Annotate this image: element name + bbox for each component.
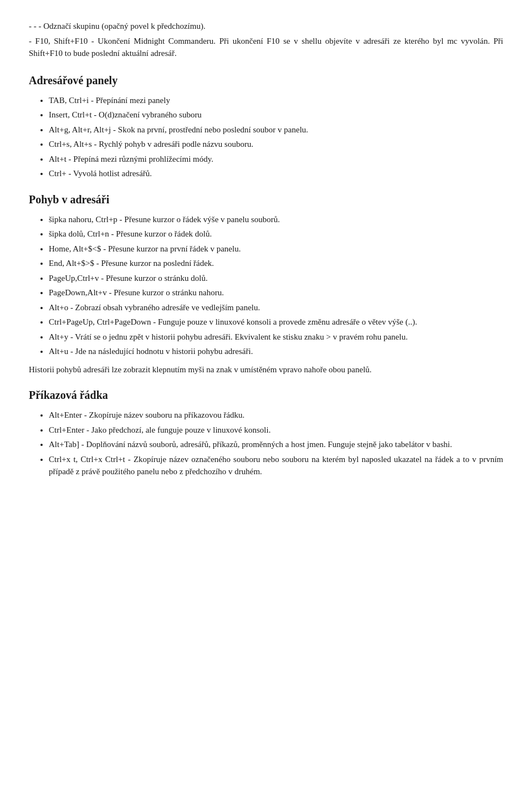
block-paragraph-pohyb: Historii pohybů adresáři lze zobrazit kl… [29, 363, 503, 376]
list-item: Ctrl+x t, Ctrl+x Ctrl+t - Zkopíruje náze… [49, 453, 503, 478]
list-item: Ctrl+PageUp, Ctrl+PageDown - Funguje pou… [49, 316, 503, 329]
intro-line-1: - - - Odznačí skupinu (opačný povel k př… [29, 20, 503, 33]
list-item: Alt+t - Přepíná mezi různými prohlížecím… [49, 153, 503, 166]
heading-prikazova-radka: Příkazová řádka [29, 387, 503, 403]
list-item: Ctrl+s, Alt+s - Rychlý pohyb v adresáři … [49, 138, 503, 151]
list-item: Ctrl+ - Vyvolá hotlist adresářů. [49, 167, 503, 180]
intro-line-2: - F10, Shift+F10 - Ukončení Midnight Com… [29, 35, 503, 60]
section-adresarove-panely: Adresářové panely TAB, Ctrl+i - Přepínán… [29, 72, 503, 180]
list-item: PageUp,Ctrl+v - Přesune kurzor o stránku… [49, 272, 503, 285]
heading-pohyb-v-adresari: Pohyb v adresáři [29, 191, 503, 208]
list-prikazova-radka: Alt+Enter - Zkopíruje název souboru na p… [49, 409, 503, 478]
intro-section: - - - Odznačí skupinu (opačný povel k př… [29, 20, 503, 60]
list-item: Ctrl+Enter - Jako předchozí, ale funguje… [49, 424, 503, 437]
section-prikazova-radka: Příkazová řádka Alt+Enter - Zkopíruje ná… [29, 387, 503, 478]
list-item: Alt+Enter - Zkopíruje název souboru na p… [49, 409, 503, 422]
list-item: TAB, Ctrl+i - Přepínání mezi panely [49, 94, 503, 107]
list-item: End, Alt+$>$ - Přesune kurzor na posledn… [49, 257, 503, 270]
heading-adresarove-panely: Adresářové panely [29, 72, 503, 89]
list-item: šipka dolů, Ctrl+n - Přesune kurzor o řá… [49, 228, 503, 240]
list-item: PageDown,Alt+v - Přesune kurzor o stránk… [49, 286, 503, 299]
list-adresarove-panely: TAB, Ctrl+i - Přepínání mezi panely Inse… [49, 94, 503, 180]
list-item: šipka nahoru, Ctrl+p - Přesune kurzor o … [49, 213, 503, 226]
list-item: Insert, Ctrl+t - O(d)značení vybraného s… [49, 109, 503, 121]
list-item: Alt+o - Zobrazí obsah vybraného adresáře… [49, 301, 503, 314]
list-item: Alt+Tab] - Doplňování názvů souborů, adr… [49, 438, 503, 451]
section-pohyb-v-adresari: Pohyb v adresáři šipka nahoru, Ctrl+p - … [29, 191, 503, 376]
list-item: Alt+g, Alt+r, Alt+j - Skok na první, pro… [49, 124, 503, 136]
list-item: Home, Alt+$<$ - Přesune kurzor na první … [49, 243, 503, 255]
list-item: Alt+y - Vrátí se o jednu zpět v historii… [49, 331, 503, 343]
list-item: Alt+u - Jde na následující hodnotu v his… [49, 345, 503, 358]
list-pohyb-v-adresari: šipka nahoru, Ctrl+p - Přesune kurzor o … [49, 213, 503, 358]
